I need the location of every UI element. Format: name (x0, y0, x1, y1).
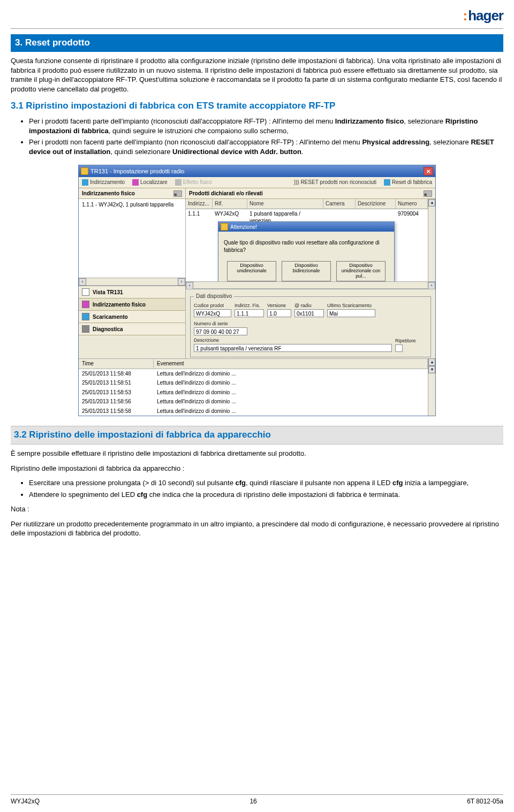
btn-unidirezionale-pul[interactable]: Dispositivo unidirezionale con pul... (336, 261, 386, 281)
section-3-header: 3. Reset prodotto (11, 34, 503, 52)
btn-unidirezionale[interactable]: Dispositivo unidirezionale (227, 261, 276, 281)
product-grid[interactable]: Indirizz... Rif. Nome Camera Descrizione… (186, 199, 428, 281)
brand-logo: hager (463, 7, 503, 24)
acc-scaricamento[interactable]: Scaricamento (79, 311, 185, 323)
window-title: TR131 - Impostazione prodotti radio (90, 167, 184, 175)
field-indirizz[interactable]: 1.1.1 (235, 309, 264, 317)
footer-right: 6T 8012-05a (467, 797, 503, 806)
scroll-right-button[interactable]: › (428, 282, 435, 289)
app-toolbar: Indirizzamento Localizzare Effetto fisic… (79, 177, 435, 188)
footer-left: WYJ42xQ (11, 797, 40, 806)
event-log: Time Evenement 25/01/2013 11:58:48Lettur… (79, 358, 428, 416)
toolbar-localizzare[interactable]: Localizzare (132, 179, 168, 186)
left-panel-header: Indirizzamento fisico « (79, 188, 185, 200)
addressing-icon (82, 179, 88, 186)
grid-scrollbar[interactable]: ▴ (428, 199, 435, 281)
log-row: 25/01/2013 11:58:53Lettura dell'indirizz… (79, 388, 428, 397)
field-versione[interactable]: 1.0 (267, 309, 291, 317)
tree-scrollbar[interactable]: ‹ › (79, 278, 185, 286)
log-row: 25/01/2013 11:58:56Lettura dell'indirizz… (79, 397, 428, 407)
log-row: 25/01/2013 11:58:58Lettura dell'indirizz… (79, 407, 428, 416)
col-camera[interactable]: Camera (323, 199, 356, 209)
section-3-2-p2: Ripristino delle impostazioni di fabbric… (11, 464, 503, 473)
toolbar-reset-unknown[interactable]: ))) RESET prodotti non riconosciuti (294, 179, 376, 186)
section-3-2-list: Esercitare una pressione prolungata (> d… (11, 478, 503, 499)
toolbar-factory-reset[interactable]: Reset di fabbrica (384, 179, 432, 186)
device-data-panel: Dati dispositivo Codice prodotWYJ42xQ In… (190, 293, 431, 357)
section-3-2-p1: È sempre possibile effettuare il riprist… (11, 449, 503, 458)
section-3-1-list: Per i prodotti facenti parte dell'impian… (11, 117, 503, 156)
acc-diagnostica[interactable]: Diagnostica (79, 323, 185, 335)
addressing-icon (82, 301, 89, 308)
col-numero[interactable]: Numero (396, 199, 428, 209)
log-col-event[interactable]: Evenement (154, 359, 428, 369)
app-window: TR131 - Impostazione prodotti radio ✕ In… (78, 165, 436, 416)
modal-titlebar[interactable]: Attenzione! (218, 222, 394, 232)
ripetitore-checkbox[interactable] (395, 344, 403, 352)
note-label: Nota : (11, 504, 503, 514)
footer-center: 16 (250, 797, 256, 806)
collapse-left-button[interactable]: « (173, 190, 182, 197)
scroll-up-button[interactable]: ▴ (428, 199, 435, 206)
acc-vista[interactable]: Vista TR131 (79, 286, 185, 298)
window-titlebar[interactable]: TR131 - Impostazione prodotti radio ✕ (79, 165, 435, 177)
log-row: 25/01/2013 11:58:48Lettura dell'indirizz… (79, 369, 428, 379)
page-footer: WYJ42xQ 16 6T 8012-05a (11, 794, 503, 806)
logo-bar: hager (11, 6, 503, 28)
panel-legend: Dati dispositivo (194, 293, 234, 300)
list-item: Esercitare una pressione prolungata (> d… (29, 478, 503, 488)
list-item: Attendere lo spegnimento del LED cfg che… (29, 490, 503, 500)
btn-bidirezionale[interactable]: Dispositivo bidirezionale (282, 261, 331, 281)
col-nome[interactable]: Nome (247, 199, 323, 209)
vista-icon (82, 288, 89, 296)
log-scrollbar[interactable]: ▴ ▾ (428, 358, 435, 416)
tree-item[interactable]: 1.1.1 - WYJ42xQ, 1 pulsanti tapparella (82, 201, 182, 209)
locate-icon (132, 179, 139, 186)
field-serie[interactable]: 97 09 00 40 00 27 (194, 327, 247, 335)
log-row: 25/01/2013 11:58:51Lettura dell'indirizz… (79, 378, 428, 388)
modal-question: Quale tipo di dispositivo radio vuoi res… (224, 239, 389, 254)
right-panel-header: Prodotti dichiarati e/o rilevati « (186, 188, 435, 200)
scroll-left-button[interactable]: ‹ (79, 278, 86, 286)
diagnostics-icon (82, 325, 89, 333)
log-col-time[interactable]: Time (79, 359, 154, 369)
device-tree[interactable]: 1.1.1 - WYJ42xQ, 1 pulsanti tapparella (79, 199, 185, 278)
scroll-down-button[interactable]: ▾ (428, 366, 435, 373)
collapse-right-button[interactable]: « (424, 190, 432, 197)
section-3-intro: Questa funzione consente di ripristinare… (11, 56, 503, 94)
download-icon (82, 313, 89, 320)
col-rif[interactable]: Rif. (213, 199, 247, 209)
field-descrizione[interactable]: 1 pulsanti tapparella / veneziana RF (194, 344, 392, 352)
list-item: Per i prodotti facenti parte dell'impian… (29, 117, 503, 135)
reset-modal: Attenzione! Quale tipo di dispositivo ra… (218, 221, 395, 281)
toolbar-effetto: Effetto fisico (175, 179, 212, 186)
warning-icon (221, 223, 228, 231)
scroll-right-button[interactable]: › (178, 278, 185, 286)
section-3-1-header: 3.1 Ripristino impostazioni di fabbrica … (11, 100, 503, 112)
modal-title: Attenzione! (230, 224, 257, 231)
factory-reset-icon (384, 179, 390, 186)
close-button[interactable]: ✕ (424, 167, 433, 175)
field-radio[interactable]: 0x1101 (294, 309, 324, 317)
grid-scrollbar-h[interactable]: ‹ › (186, 281, 435, 289)
divider (11, 28, 503, 29)
list-item: Per i prodotti non facenti parte dell'im… (29, 137, 503, 156)
acc-indirizzamento[interactable]: Indirizzamento fisico (79, 298, 185, 311)
field-codice[interactable]: WYJ42xQ (194, 309, 231, 317)
section-3-2-header: 3.2 Ripristino delle impostazioni di fab… (11, 426, 503, 445)
col-descrizione[interactable]: Descrizione (356, 199, 396, 209)
toolbar-indirizzamento[interactable]: Indirizzamento (82, 179, 125, 186)
col-indirizz[interactable]: Indirizz... (186, 199, 213, 209)
effect-icon (175, 179, 182, 186)
scroll-left-button[interactable]: ‹ (186, 282, 193, 289)
scroll-up-button[interactable]: ▴ (428, 358, 435, 366)
field-ultimo[interactable]: Mai (327, 309, 375, 317)
note-text: Per riutilizzare un prodotto precedentem… (11, 519, 503, 538)
app-icon (81, 167, 88, 175)
